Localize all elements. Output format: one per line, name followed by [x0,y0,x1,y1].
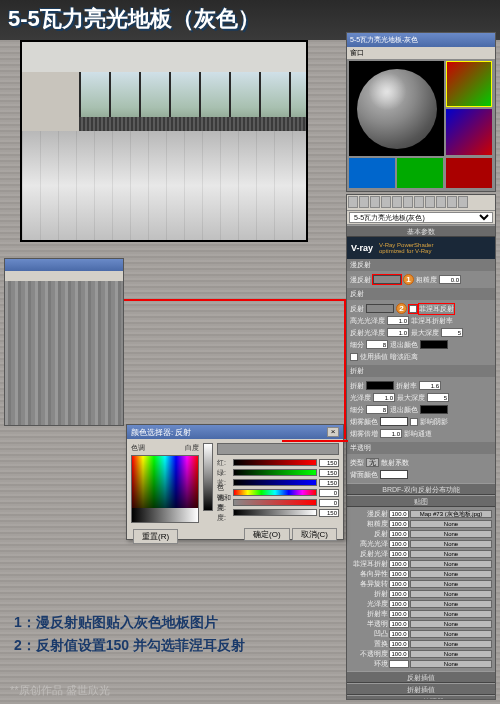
value-strip[interactable] [203,443,213,511]
params-toolbar[interactable] [347,195,495,211]
color-picker-titlebar[interactable]: 颜色选择器: 反射 × [127,425,343,439]
texture-preview-panel [4,258,124,426]
sat-value[interactable]: 0 [319,499,339,507]
ok-button[interactable]: 确定(O) [244,528,290,541]
fog-swatch[interactable] [380,417,408,426]
group-refract: 折射 [347,365,495,377]
subdiv-spinner[interactable]: 8 [366,340,388,349]
cancel-button[interactable]: 取消(C) [292,528,337,541]
page-title: 5-5瓦力亮光地板（灰色） [8,4,260,34]
map-slot[interactable]: None [410,560,492,568]
material-params-panel: 5-5瓦力亮光地板(灰色) 基本参数 V-ray V-Ray PowerShad… [346,194,496,700]
ior-spinner[interactable]: 1.6 [419,381,441,390]
map-slot[interactable]: None [410,540,492,548]
material-name-dropdown[interactable]: 5-5瓦力亮光地板(灰色) [349,212,493,223]
color-preview [217,443,339,455]
close-icon[interactable]: × [327,427,339,437]
roughness-spinner[interactable]: 0.0 [439,275,461,284]
map-slot-diffuse[interactable]: Map #73 (灰色地板.jpg) [410,510,492,518]
vray-logo: V-ray V-Ray PowerShaderoptimized for V-R… [347,237,495,259]
map-slot[interactable]: None [410,550,492,558]
map-slot[interactable]: None [410,530,492,538]
red-value[interactable]: 150 [319,459,339,467]
material-slot[interactable] [446,158,492,188]
exitcolor-swatch[interactable] [420,340,448,349]
section-refl-interp[interactable]: 反射插值 [347,671,495,683]
reflect-swatch[interactable] [366,304,394,313]
texture-image [5,281,123,425]
gloss-spinner[interactable]: 1.0 [373,393,395,402]
map-slot[interactable]: None [410,650,492,658]
callout-2: 2 [396,303,407,314]
texture-toolbar[interactable] [5,271,123,281]
fresnel-checkbox[interactable] [409,305,417,313]
maxdepth-spinner[interactable]: 5 [441,328,463,337]
annotation-line [124,299,346,301]
material-sphere [357,69,437,149]
map-slot[interactable]: None [410,640,492,648]
material-ball-panel: 5-5瓦力亮光地板-灰色 窗口 [346,32,496,192]
map-slot[interactable]: None [410,570,492,578]
annotation-line [282,440,348,442]
map-slot[interactable]: None [410,520,492,528]
map-slot[interactable]: None [410,630,492,638]
section-maps[interactable]: 贴图 [347,495,495,507]
material-slot-main[interactable] [349,61,444,156]
hue-value[interactable]: 0 [319,489,339,497]
val-slider[interactable] [233,509,317,516]
section-dx[interactable]: DirectX 管理器 [347,695,495,700]
diffuse-swatch[interactable] [373,275,401,284]
map-slot[interactable]: None [410,590,492,598]
green-value[interactable]: 150 [319,469,339,477]
map-slot[interactable]: None [410,580,492,588]
annotation-line [344,299,346,439]
watermark: **原创作品 盛世欣光 [10,683,110,698]
interp-checkbox[interactable] [350,353,358,361]
material-slot[interactable] [349,158,395,188]
group-translucent: 半透明 [347,442,495,454]
red-slider[interactable] [233,459,317,466]
map-slot[interactable]: None [410,620,492,628]
blue-value[interactable]: 150 [319,479,339,487]
reflgloss-spinner[interactable]: 1.0 [387,328,409,337]
section-refr-interp[interactable]: 折射插值 [347,683,495,695]
trans-type[interactable]: 无 [366,458,379,467]
callout-1: 1 [403,274,414,285]
matball-titlebar: 5-5瓦力亮光地板-灰色 [347,33,495,47]
instruction-notes: 1：漫反射贴图贴入灰色地板图片 2：反射值设置150 并勾选菲涅耳反射 [14,611,245,656]
section-brdf[interactable]: BRDF-双向反射分布功能 [347,483,495,495]
blue-slider[interactable] [233,479,317,486]
map-slot[interactable]: None [410,660,492,668]
affect-shadow-check[interactable] [410,418,418,426]
val-value[interactable]: 150 [319,509,339,517]
section-basic[interactable]: 基本参数 [347,225,495,237]
reset-button[interactable]: 重置(R) [133,529,178,544]
group-diffuse: 漫反射 [347,259,495,271]
group-reflect: 反射 [347,288,495,300]
hue-slider[interactable] [233,489,317,496]
material-slot[interactable] [397,158,443,188]
refract-swatch[interactable] [366,381,394,390]
render-preview [20,40,308,242]
color-gradient[interactable] [131,455,199,523]
sat-slider[interactable] [233,499,317,506]
hilight-spinner[interactable]: 1.0 [387,316,409,325]
map-slot[interactable]: None [410,600,492,608]
material-slot[interactable] [446,109,492,155]
green-slider[interactable] [233,469,317,476]
material-slot[interactable] [446,61,492,107]
texture-titlebar [5,259,123,271]
matball-menu[interactable]: 窗口 [347,47,495,59]
map-slot[interactable]: None [410,610,492,618]
